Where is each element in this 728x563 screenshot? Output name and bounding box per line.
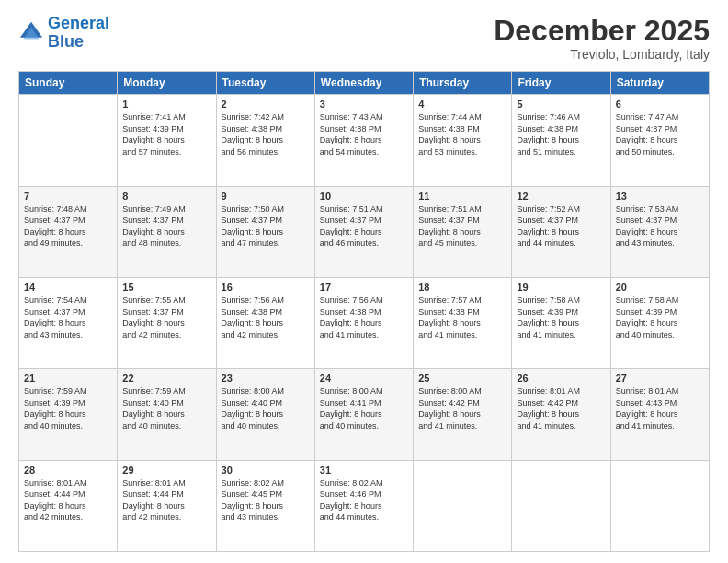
day-cell xyxy=(512,460,610,551)
day-cell: 6Sunrise: 7:47 AM Sunset: 4:37 PM Daylig… xyxy=(610,95,709,186)
day-info: Sunrise: 7:58 AM Sunset: 4:39 PM Dayligh… xyxy=(517,294,605,340)
day-info: Sunrise: 7:56 AM Sunset: 4:38 PM Dayligh… xyxy=(320,294,408,340)
day-info: Sunrise: 8:00 AM Sunset: 4:41 PM Dayligh… xyxy=(320,385,408,431)
header: General Blue December 2025 Treviolo, Lom… xyxy=(18,15,710,62)
col-header-monday: Monday xyxy=(118,72,216,95)
day-number: 29 xyxy=(122,465,210,476)
day-info: Sunrise: 7:59 AM Sunset: 4:39 PM Dayligh… xyxy=(24,385,112,431)
week-row-1: 7Sunrise: 7:48 AM Sunset: 4:37 PM Daylig… xyxy=(19,186,710,277)
col-header-wednesday: Wednesday xyxy=(314,72,413,95)
day-cell: 7Sunrise: 7:48 AM Sunset: 4:37 PM Daylig… xyxy=(19,186,118,277)
day-number: 16 xyxy=(222,282,310,293)
day-number: 4 xyxy=(418,98,506,109)
day-info: Sunrise: 7:47 AM Sunset: 4:37 PM Dayligh… xyxy=(616,111,704,157)
day-number: 27 xyxy=(616,373,704,384)
day-info: Sunrise: 7:50 AM Sunset: 4:37 PM Dayligh… xyxy=(222,203,310,249)
logo-line2: Blue xyxy=(48,32,84,51)
day-number: 20 xyxy=(616,282,704,293)
day-number: 5 xyxy=(517,98,605,109)
day-cell: 8Sunrise: 7:49 AM Sunset: 4:37 PM Daylig… xyxy=(118,186,216,277)
day-number: 25 xyxy=(418,373,506,384)
day-cell: 18Sunrise: 7:57 AM Sunset: 4:38 PM Dayli… xyxy=(414,277,512,368)
day-number: 3 xyxy=(320,98,408,109)
day-cell: 3Sunrise: 7:43 AM Sunset: 4:38 PM Daylig… xyxy=(314,95,413,186)
week-row-4: 28Sunrise: 8:01 AM Sunset: 4:44 PM Dayli… xyxy=(19,460,710,551)
day-number: 26 xyxy=(517,373,605,384)
day-number: 17 xyxy=(320,282,408,293)
day-number: 6 xyxy=(616,98,704,109)
day-info: Sunrise: 8:01 AM Sunset: 4:44 PM Dayligh… xyxy=(122,477,210,523)
day-cell: 10Sunrise: 7:51 AM Sunset: 4:37 PM Dayli… xyxy=(314,186,413,277)
day-info: Sunrise: 8:00 AM Sunset: 4:42 PM Dayligh… xyxy=(418,385,506,431)
day-cell: 2Sunrise: 7:42 AM Sunset: 4:38 PM Daylig… xyxy=(216,95,314,186)
day-info: Sunrise: 7:46 AM Sunset: 4:38 PM Dayligh… xyxy=(517,111,605,157)
day-cell: 26Sunrise: 8:01 AM Sunset: 4:42 PM Dayli… xyxy=(512,369,610,460)
day-info: Sunrise: 8:02 AM Sunset: 4:46 PM Dayligh… xyxy=(320,477,408,523)
col-header-tuesday: Tuesday xyxy=(216,72,314,95)
day-cell: 9Sunrise: 7:50 AM Sunset: 4:37 PM Daylig… xyxy=(216,186,314,277)
week-row-3: 21Sunrise: 7:59 AM Sunset: 4:39 PM Dayli… xyxy=(19,369,710,460)
day-cell: 29Sunrise: 8:01 AM Sunset: 4:44 PM Dayli… xyxy=(118,460,216,551)
day-cell: 17Sunrise: 7:56 AM Sunset: 4:38 PM Dayli… xyxy=(314,277,413,368)
day-cell: 14Sunrise: 7:54 AM Sunset: 4:37 PM Dayli… xyxy=(19,277,118,368)
day-cell: 19Sunrise: 7:58 AM Sunset: 4:39 PM Dayli… xyxy=(512,277,610,368)
calendar-table: SundayMondayTuesdayWednesdayThursdayFrid… xyxy=(18,71,710,552)
logo: General Blue xyxy=(18,15,109,52)
subtitle: Treviolo, Lombardy, Italy xyxy=(494,47,710,62)
day-info: Sunrise: 8:01 AM Sunset: 4:44 PM Dayligh… xyxy=(24,477,112,523)
col-header-sunday: Sunday xyxy=(19,72,118,95)
day-number: 14 xyxy=(24,282,112,293)
day-info: Sunrise: 7:43 AM Sunset: 4:38 PM Dayligh… xyxy=(320,111,408,157)
day-info: Sunrise: 7:52 AM Sunset: 4:37 PM Dayligh… xyxy=(517,203,605,249)
day-number: 10 xyxy=(320,190,408,201)
title-block: December 2025 Treviolo, Lombardy, Italy xyxy=(494,15,710,62)
day-cell: 24Sunrise: 8:00 AM Sunset: 4:41 PM Dayli… xyxy=(314,369,413,460)
day-info: Sunrise: 7:58 AM Sunset: 4:39 PM Dayligh… xyxy=(616,294,704,340)
day-info: Sunrise: 7:41 AM Sunset: 4:39 PM Dayligh… xyxy=(122,111,210,157)
day-info: Sunrise: 7:57 AM Sunset: 4:38 PM Dayligh… xyxy=(418,294,506,340)
day-cell: 23Sunrise: 8:00 AM Sunset: 4:40 PM Dayli… xyxy=(216,369,314,460)
day-info: Sunrise: 8:01 AM Sunset: 4:43 PM Dayligh… xyxy=(616,385,704,431)
day-cell: 25Sunrise: 8:00 AM Sunset: 4:42 PM Dayli… xyxy=(414,369,512,460)
logo-icon xyxy=(18,20,44,46)
day-cell: 5Sunrise: 7:46 AM Sunset: 4:38 PM Daylig… xyxy=(512,95,610,186)
day-number: 21 xyxy=(24,373,112,384)
day-cell: 16Sunrise: 7:56 AM Sunset: 4:38 PM Dayli… xyxy=(216,277,314,368)
day-number: 12 xyxy=(517,190,605,201)
day-info: Sunrise: 8:00 AM Sunset: 4:40 PM Dayligh… xyxy=(222,385,310,431)
day-info: Sunrise: 8:01 AM Sunset: 4:42 PM Dayligh… xyxy=(517,385,605,431)
day-number: 11 xyxy=(418,190,506,201)
day-cell: 15Sunrise: 7:55 AM Sunset: 4:37 PM Dayli… xyxy=(118,277,216,368)
day-info: Sunrise: 7:49 AM Sunset: 4:37 PM Dayligh… xyxy=(122,203,210,249)
day-cell: 21Sunrise: 7:59 AM Sunset: 4:39 PM Dayli… xyxy=(19,369,118,460)
col-header-friday: Friday xyxy=(512,72,610,95)
day-number: 15 xyxy=(122,282,210,293)
day-cell: 28Sunrise: 8:01 AM Sunset: 4:44 PM Dayli… xyxy=(19,460,118,551)
day-number: 2 xyxy=(222,98,310,109)
day-cell: 1Sunrise: 7:41 AM Sunset: 4:39 PM Daylig… xyxy=(118,95,216,186)
day-cell: 11Sunrise: 7:51 AM Sunset: 4:37 PM Dayli… xyxy=(414,186,512,277)
day-info: Sunrise: 7:42 AM Sunset: 4:38 PM Dayligh… xyxy=(222,111,310,157)
col-header-saturday: Saturday xyxy=(610,72,709,95)
day-info: Sunrise: 7:55 AM Sunset: 4:37 PM Dayligh… xyxy=(122,294,210,340)
main-title: December 2025 xyxy=(494,15,710,47)
day-cell: 27Sunrise: 8:01 AM Sunset: 4:43 PM Dayli… xyxy=(610,369,709,460)
day-cell xyxy=(414,460,512,551)
day-number: 18 xyxy=(418,282,506,293)
day-info: Sunrise: 7:44 AM Sunset: 4:38 PM Dayligh… xyxy=(418,111,506,157)
day-number: 8 xyxy=(122,190,210,201)
col-header-thursday: Thursday xyxy=(414,72,512,95)
day-cell: 13Sunrise: 7:53 AM Sunset: 4:37 PM Dayli… xyxy=(610,186,709,277)
day-cell: 4Sunrise: 7:44 AM Sunset: 4:38 PM Daylig… xyxy=(414,95,512,186)
page: General Blue December 2025 Treviolo, Lom… xyxy=(0,0,728,563)
logo-line1: General xyxy=(48,14,109,32)
day-number: 19 xyxy=(517,282,605,293)
day-number: 23 xyxy=(222,373,310,384)
logo-text: General Blue xyxy=(48,15,109,52)
day-info: Sunrise: 7:51 AM Sunset: 4:37 PM Dayligh… xyxy=(418,203,506,249)
day-cell: 20Sunrise: 7:58 AM Sunset: 4:39 PM Dayli… xyxy=(610,277,709,368)
day-number: 24 xyxy=(320,373,408,384)
day-cell: 22Sunrise: 7:59 AM Sunset: 4:40 PM Dayli… xyxy=(118,369,216,460)
day-number: 31 xyxy=(320,465,408,476)
day-cell: 12Sunrise: 7:52 AM Sunset: 4:37 PM Dayli… xyxy=(512,186,610,277)
